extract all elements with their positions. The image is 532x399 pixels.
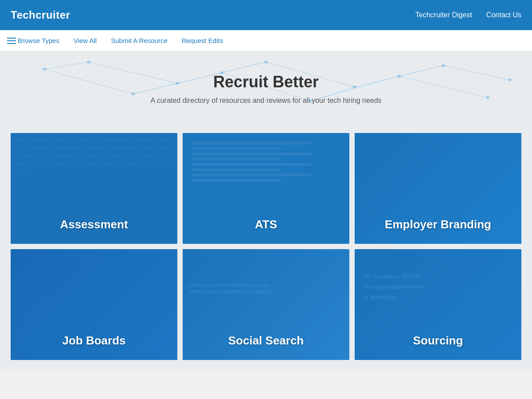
card-ats[interactable]: ATS [183, 133, 349, 244]
request-edits-link[interactable]: Request Edits [182, 37, 223, 44]
browse-types-group[interactable]: Browse Types [7, 37, 59, 44]
header-nav: Techcruiter Digest Contact Us [415, 11, 521, 19]
svg-point-15 [43, 68, 46, 70]
card-assessment-label: Assessment [11, 218, 177, 231]
card-employer-label: Employer Branding [355, 218, 521, 231]
card-jobboards-label: Job Boards [11, 334, 177, 348]
digest-link[interactable]: Techcruiter Digest [415, 11, 472, 19]
svg-point-21 [87, 61, 90, 63]
hero-title: Recruit Better [11, 73, 521, 91]
card-assessment[interactable]: Assessment [11, 133, 177, 244]
browse-types-link[interactable]: Browse Types [18, 37, 59, 44]
svg-line-12 [222, 62, 266, 73]
submit-resource-link[interactable]: Submit A Resource [111, 37, 168, 44]
svg-line-10 [44, 62, 89, 69]
site-logo[interactable]: Techcruiter [11, 9, 70, 21]
card-employer-branding[interactable]: Employer Branding [355, 133, 521, 244]
card-sourcing[interactable]: No Recruiters, No CVs.Just great opportu… [355, 249, 521, 360]
header: Techcruiter Techcruiter Digest Contact U… [0, 0, 532, 30]
hero-subtitle: A curated directory of resources and rev… [11, 97, 521, 105]
svg-point-16 [131, 93, 135, 95]
card-ats-label: ATS [183, 218, 349, 231]
card-sourcing-label: Sourcing [355, 334, 521, 348]
svg-point-25 [442, 64, 445, 67]
hamburger-icon[interactable] [7, 38, 16, 44]
card-grid: Assessment ATS Employer Branding [0, 122, 532, 371]
hero-section: Recruit Better A curated directory of re… [0, 51, 532, 122]
svg-point-23 [264, 61, 268, 63]
card-social-search[interactable]: SEARCH MILLIONS OF PROFILES IN ANYPROFES… [183, 249, 349, 360]
contact-link[interactable]: Contact Us [486, 11, 521, 19]
card-social-label: Social Search [183, 334, 349, 348]
view-all-link[interactable]: View All [74, 37, 97, 44]
subnav: Browse Types View All Submit A Resource … [0, 30, 532, 51]
card-job-boards[interactable]: Job Boards [11, 249, 177, 360]
